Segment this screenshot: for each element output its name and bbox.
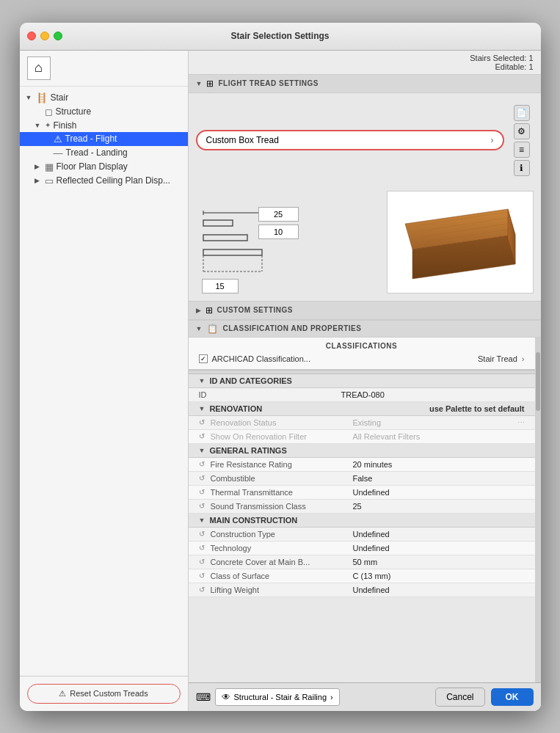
structure-icon: ◻: [45, 106, 53, 117]
warning-icon: ⚠: [59, 689, 66, 699]
tread-icon-btn-1[interactable]: 📄: [514, 105, 530, 121]
prop-row-class-surface: ↺ Class of Surface C (13 mm): [189, 569, 535, 583]
footer-keyboard-icon: ⌨: [196, 691, 211, 703]
classification-icon: 📋: [207, 324, 219, 334]
sidebar: ⌂ ▼ 🪜 Stair ▶ ◻ Structure ▼: [20, 51, 189, 711]
sidebar-item-tread-flight-label: Tread - Flight: [65, 134, 117, 144]
scrollbar-track[interactable]: [535, 338, 541, 682]
top-info: Stairs Selected: 1 Editable: 1: [189, 51, 541, 75]
sound-icon: ↺: [199, 502, 205, 510]
sidebar-item-floor-plan[interactable]: ▶ ▦ Floor Plan Display: [20, 160, 188, 174]
tread-icon-btn-2[interactable]: ⚙: [514, 123, 530, 139]
custom-settings-icon: ⊞: [206, 305, 213, 316]
tread-landing-arrow: ▶: [43, 149, 51, 156]
tread-icon-btn-3[interactable]: ≡: [514, 142, 530, 158]
svg-rect-2: [203, 220, 233, 226]
dim-value-3: 15: [202, 279, 239, 293]
stair-icon: 🪜: [36, 92, 48, 103]
stair-diagram: 25 10 15: [196, 191, 372, 293]
prop-row-show-renovation: ↺ Show On Renovation Filter All Relevant…: [189, 430, 535, 444]
dim-input-2[interactable]: 10: [258, 225, 299, 239]
custom-settings-expand-icon[interactable]: ▶: [196, 307, 201, 314]
structure-arrow: ▶: [34, 108, 42, 115]
sidebar-tree: ▼ 🪜 Stair ▶ ◻ Structure ▼ ✦ Finish: [20, 87, 188, 676]
classification-name: ARCHICAD Classification...: [212, 354, 474, 363]
tread-3d-preview: [387, 191, 534, 293]
traffic-lights: [27, 32, 62, 40]
flight-tread-settings-label: FLIGHT TREAD SETTINGS: [218, 79, 319, 87]
sidebar-item-stair-label: Stair: [51, 92, 69, 103]
tread-selector-row: Custom Box Tread › 📄 ⚙ ≡ ℹ: [189, 93, 541, 188]
custom-settings-label: CUSTOM SETTINGS: [217, 306, 293, 314]
sidebar-item-structure[interactable]: ▶ ◻ Structure: [20, 105, 188, 119]
finish-arrow: ▼: [34, 122, 42, 129]
reflected-arrow: ▶: [34, 177, 42, 184]
classification-value: Stair Tread: [478, 354, 517, 363]
sidebar-item-reflected[interactable]: ▶ ▭ Reflected Ceiling Plan Disp...: [20, 174, 188, 188]
flight-tread-collapse-icon[interactable]: ▼: [196, 80, 203, 87]
footer: ⌨ 👁 Structural - Stair & Railing › Cance…: [189, 682, 541, 711]
sound-label: Sound Transmission Class: [211, 502, 350, 511]
stairs-selected: Stairs Selected: 1: [196, 54, 534, 62]
ok-button[interactable]: OK: [491, 688, 534, 706]
classification-checkbox[interactable]: ✓: [199, 354, 208, 363]
minimize-button[interactable]: [40, 32, 49, 40]
general-ratings-header: ▼ GENERAL RATINGS: [189, 444, 535, 458]
footer-dropdown-label: Structural - Stair & Railing: [234, 693, 327, 701]
sidebar-item-stair[interactable]: ▼ 🪜 Stair: [20, 91, 188, 105]
tread-type-label: Custom Box Tread: [206, 135, 279, 145]
prop-row-concrete-cover: ↺ Concrete Cover at Main B... 50 mm: [189, 555, 535, 569]
titlebar: Stair Selection Settings: [20, 23, 541, 51]
id-value: TREAD-080: [341, 390, 525, 399]
construction-type-value: Undefined: [353, 530, 525, 539]
dim-input-1[interactable]: 25: [258, 207, 299, 222]
technology-label: Technology: [211, 544, 350, 553]
renovation-collapse[interactable]: ▼: [199, 405, 206, 412]
main-construction-collapse[interactable]: ▼: [199, 517, 206, 524]
close-button[interactable]: [27, 32, 36, 40]
scrollbar-thumb[interactable]: [536, 352, 540, 411]
cancel-button[interactable]: Cancel: [435, 688, 484, 707]
sidebar-item-tread-flight[interactable]: ▶ ⚠ Tread - Flight: [20, 132, 188, 146]
concrete-cover-icon: ↺: [199, 558, 205, 566]
id-categories-header: ▼ ID AND CATEGORIES: [189, 374, 535, 388]
tread-icon-btn-4[interactable]: ℹ: [514, 160, 530, 176]
sidebar-item-tread-landing-label: Tread - Landing: [66, 147, 128, 158]
renovation-status-dots: ⋯: [517, 418, 525, 426]
custom-settings-section: ▶ ⊞ CUSTOM SETTINGS: [189, 301, 541, 320]
finish-icon: ✦: [45, 121, 51, 129]
sidebar-item-finish[interactable]: ▼ ✦ Finish: [20, 119, 188, 132]
tread-flight-icon: ⚠: [54, 134, 62, 145]
class-surface-icon: ↺: [199, 572, 205, 580]
main-content-row: CLASSIFICATIONS ✓ ARCHICAD Classificatio…: [189, 338, 541, 682]
classification-arrow[interactable]: ›: [522, 354, 525, 363]
sound-value: 25: [353, 502, 525, 511]
tread-flight-arrow: ▶: [43, 135, 51, 142]
dim-input-3[interactable]: 15: [202, 279, 239, 293]
id-categories-collapse[interactable]: ▼: [199, 377, 206, 384]
prop-row-renovation-status: ↺ Renovation Status Existing ⋯: [189, 416, 535, 430]
sidebar-item-floor-plan-label: Floor Plan Display: [57, 161, 128, 172]
general-ratings-collapse[interactable]: ▼: [199, 447, 206, 454]
sidebar-bottom: ⚠ Reset Custom Treads: [20, 676, 188, 711]
thermal-value: Undefined: [353, 488, 525, 497]
app-logo: ⌂: [27, 56, 51, 80]
id-label: ID: [199, 390, 338, 399]
sidebar-item-tread-landing[interactable]: ▶ — Tread - Landing: [20, 146, 188, 160]
prop-row-combustible: ↺ Combustible False: [189, 472, 535, 486]
maximize-button[interactable]: [54, 32, 62, 40]
prop-row-thermal: ↺ Thermal Transmittance Undefined: [189, 486, 535, 500]
flight-tread-settings-header: ▼ ⊞ FLIGHT TREAD SETTINGS: [189, 75, 541, 93]
combustible-label: Combustible: [211, 474, 350, 483]
tread-type-dropdown[interactable]: Custom Box Tread ›: [196, 130, 504, 150]
footer-palette-dropdown[interactable]: 👁 Structural - Stair & Railing ›: [215, 688, 340, 706]
sidebar-item-structure-label: Structure: [56, 106, 92, 117]
prop-row-sound: ↺ Sound Transmission Class 25: [189, 500, 535, 514]
reset-custom-treads-button[interactable]: ⚠ Reset Custom Treads: [27, 684, 181, 704]
sidebar-item-finish-label: Finish: [54, 120, 77, 131]
construction-type-icon: ↺: [199, 530, 205, 538]
lifting-weight-icon: ↺: [199, 586, 205, 594]
classification-collapse-icon[interactable]: ▼: [196, 325, 203, 332]
show-renovation-value: All Relevant Filters: [353, 432, 525, 441]
main-scroll-area[interactable]: CLASSIFICATIONS ✓ ARCHICAD Classificatio…: [189, 338, 535, 682]
